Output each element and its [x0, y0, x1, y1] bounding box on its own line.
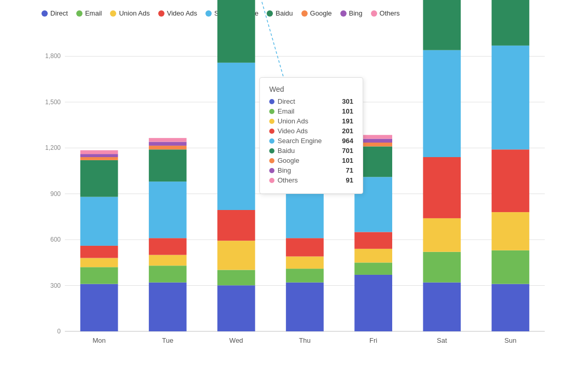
legend-item-baidu: Baidu: [267, 9, 293, 17]
svg-rect-69: [423, 50, 461, 157]
svg-rect-70: [423, 0, 461, 50]
svg-rect-30: [149, 149, 187, 181]
legend-label: Baidu: [275, 9, 293, 17]
legend-label: Direct: [50, 9, 68, 17]
svg-rect-28: [149, 238, 187, 255]
tooltip-row: Email 101: [269, 107, 353, 115]
svg-rect-65: [423, 283, 461, 331]
legend-label: Video Ads: [167, 9, 197, 17]
svg-rect-55: [354, 275, 392, 331]
svg-rect-25: [149, 283, 187, 331]
legend-dot: [76, 10, 82, 17]
svg-rect-16: [80, 267, 118, 284]
legend-label: Others: [380, 9, 400, 17]
legend: Direct Email Union Ads Video Ads Search …: [36, 5, 556, 21]
legend-dot: [340, 10, 347, 17]
svg-rect-22: [80, 154, 118, 157]
legend-dot: [371, 10, 377, 17]
svg-rect-39: [217, 63, 255, 210]
svg-text:Wed: Wed: [229, 337, 243, 344]
legend-dot: [42, 10, 48, 17]
legend-dot: [267, 10, 273, 17]
tooltip-row: Google 101: [269, 157, 353, 164]
svg-rect-26: [149, 265, 187, 282]
legend-item-direct: Direct: [42, 9, 68, 17]
legend-item-video-ads: Video Ads: [158, 9, 197, 17]
svg-text:Mon: Mon: [92, 337, 105, 344]
svg-rect-57: [354, 249, 392, 263]
svg-rect-66: [423, 252, 461, 283]
svg-rect-31: [149, 146, 187, 149]
svg-rect-48: [286, 238, 324, 256]
svg-rect-47: [286, 257, 324, 269]
svg-text:Fri: Fri: [369, 337, 377, 344]
svg-text:900: 900: [50, 190, 61, 198]
tooltip-row: Direct 301: [269, 97, 353, 105]
tooltip-row: Search Engine 964: [269, 137, 353, 145]
svg-rect-33: [149, 138, 187, 142]
svg-rect-45: [286, 283, 324, 331]
svg-rect-68: [423, 157, 461, 218]
svg-rect-56: [354, 262, 392, 275]
svg-rect-79: [492, 46, 530, 149]
svg-rect-17: [80, 258, 118, 268]
svg-text:1,500: 1,500: [45, 99, 61, 106]
svg-rect-77: [492, 212, 530, 250]
svg-text:Sun: Sun: [504, 337, 516, 344]
svg-rect-32: [149, 142, 187, 146]
svg-rect-21: [80, 157, 118, 160]
legend-dot: [110, 10, 116, 17]
svg-rect-58: [354, 232, 392, 248]
legend-label: Union Ads: [119, 9, 149, 17]
legend-item-bing: Bing: [340, 9, 363, 17]
chart-area: 03006009001,2001,5001,800MonTueWedThuFri…: [36, 25, 556, 368]
svg-rect-38: [217, 210, 255, 241]
svg-rect-18: [80, 246, 118, 258]
tooltip-row: Video Ads 201: [269, 127, 353, 135]
legend-item-google: Google: [301, 9, 332, 17]
svg-text:Thu: Thu: [299, 337, 310, 344]
legend-label: Bing: [349, 9, 363, 17]
svg-rect-19: [80, 197, 118, 246]
svg-rect-46: [286, 269, 324, 283]
svg-rect-80: [492, 0, 530, 46]
svg-text:1,800: 1,800: [45, 52, 61, 60]
svg-text:1,200: 1,200: [45, 144, 61, 151]
tooltip-row: Bing 71: [269, 166, 353, 174]
legend-item-union-ads: Union Ads: [110, 9, 149, 17]
svg-rect-37: [217, 241, 255, 270]
tooltip: Wed Direct 301 Email 101 Union Ads 191 V…: [259, 77, 363, 194]
svg-rect-40: [217, 0, 255, 63]
tooltip-row: Others 91: [269, 176, 353, 184]
svg-text:0: 0: [57, 328, 61, 335]
svg-rect-75: [492, 284, 530, 331]
svg-rect-76: [492, 250, 530, 284]
legend-label: Google: [310, 9, 332, 17]
svg-text:Sat: Sat: [437, 337, 447, 344]
tooltip-title: Wed: [269, 85, 353, 93]
svg-text:600: 600: [50, 236, 61, 243]
legend-item-others: Others: [371, 9, 400, 17]
svg-text:Tue: Tue: [162, 337, 173, 344]
legend-dot: [158, 10, 164, 17]
svg-rect-15: [80, 284, 118, 331]
svg-text:300: 300: [50, 282, 61, 289]
svg-rect-36: [217, 270, 255, 286]
svg-rect-29: [149, 181, 187, 238]
svg-rect-23: [80, 150, 118, 154]
chart-container: Direct Email Union Ads Video Ads Search …: [0, 0, 566, 392]
legend-dot: [205, 10, 212, 17]
svg-rect-27: [149, 255, 187, 266]
legend-item-email: Email: [76, 9, 102, 17]
legend-dot: [301, 10, 308, 17]
svg-rect-78: [492, 149, 530, 212]
svg-rect-35: [217, 285, 255, 331]
tooltip-row: Baidu 701: [269, 147, 353, 155]
svg-rect-67: [423, 218, 461, 252]
svg-rect-20: [80, 160, 118, 197]
legend-label: Email: [85, 9, 102, 17]
tooltip-row: Union Ads 191: [269, 117, 353, 125]
